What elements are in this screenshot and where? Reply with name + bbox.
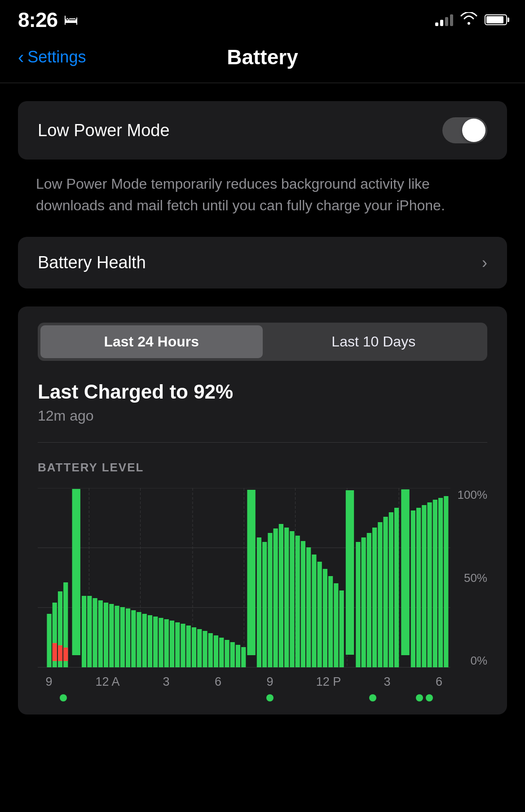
low-power-mode-toggle[interactable] (442, 117, 487, 143)
svg-rect-46 (230, 642, 235, 667)
svg-rect-62 (323, 569, 327, 667)
time-range-tabs[interactable]: Last 24 Hours Last 10 Days (38, 323, 487, 361)
svg-rect-70 (372, 528, 377, 667)
svg-rect-43 (214, 635, 218, 667)
battery-chart-wrapper: 9 12 A 3 6 9 12 P 3 6 (38, 488, 487, 695)
battery-health-label: Battery Health (38, 253, 146, 272)
x-label-9am: 9 (38, 675, 60, 689)
svg-rect-60 (312, 555, 316, 667)
svg-rect-45 (225, 640, 229, 667)
battery-chart-card: Last 24 Hours Last 10 Days Last Charged … (18, 306, 507, 714)
last-charged-sub: 12m ago (38, 408, 487, 424)
tab-last-24-hours[interactable]: Last 24 Hours (40, 325, 263, 358)
svg-rect-27 (126, 608, 130, 667)
content-area: Low Power Mode Low Power Mode temporaril… (0, 83, 525, 746)
svg-rect-53 (274, 528, 278, 667)
svg-rect-80 (433, 500, 437, 667)
x-label-6pm: 6 (428, 675, 450, 689)
svg-rect-79 (427, 502, 432, 667)
svg-rect-44 (219, 638, 224, 667)
battery-level-label: BATTERY LEVEL (38, 461, 487, 475)
charging-dot-4 (416, 694, 423, 701)
svg-rect-52 (268, 533, 272, 667)
svg-rect-31 (148, 615, 152, 667)
svg-rect-36 (175, 622, 180, 667)
svg-rect-25 (115, 606, 119, 667)
battery-health-card[interactable]: Battery Health › (18, 237, 507, 288)
chart-separator (38, 442, 487, 443)
svg-rect-77 (416, 508, 421, 667)
low-power-mode-description: Low Power Mode temporarily reduces backg… (36, 173, 489, 232)
svg-rect-67 (356, 542, 360, 667)
battery-health-row[interactable]: Battery Health › (18, 237, 507, 288)
tab-last-10-days[interactable]: Last 10 Days (263, 325, 485, 358)
svg-rect-50 (257, 537, 261, 667)
svg-rect-59 (306, 547, 311, 667)
svg-rect-19 (82, 596, 86, 667)
low-power-mode-row: Low Power Mode (18, 101, 507, 160)
status-time: 8:26 (18, 8, 57, 32)
svg-rect-34 (164, 619, 169, 667)
svg-rect-17 (58, 645, 62, 661)
svg-rect-54 (279, 524, 283, 667)
svg-rect-65 (340, 590, 344, 667)
svg-rect-75 (401, 489, 409, 655)
bed-icon: 🛏 (64, 12, 78, 28)
svg-rect-42 (208, 633, 213, 667)
x-label-9am2: 9 (259, 675, 281, 689)
svg-rect-28 (131, 610, 136, 667)
low-power-mode-label: Low Power Mode (38, 121, 170, 140)
svg-rect-69 (367, 533, 371, 667)
wifi-icon (460, 12, 477, 28)
svg-rect-64 (334, 583, 338, 667)
svg-rect-26 (120, 607, 125, 667)
svg-rect-58 (301, 541, 305, 667)
svg-rect-20 (87, 596, 92, 667)
x-label-3pm: 3 (376, 675, 398, 689)
svg-rect-38 (186, 626, 191, 667)
charging-dots-row (38, 689, 450, 701)
svg-rect-29 (137, 612, 141, 667)
svg-rect-63 (328, 576, 333, 667)
x-label-12a: 12 A (90, 675, 126, 689)
x-axis-labels: 9 12 A 3 6 9 12 P 3 6 (38, 671, 450, 689)
y-axis-labels: 100% 50% 0% (458, 488, 488, 695)
battery-icon (485, 14, 507, 25)
svg-rect-23 (104, 603, 108, 667)
svg-rect-71 (378, 522, 382, 667)
nav-bar: ‹ Settings Battery (0, 36, 525, 78)
toggle-knob (462, 119, 485, 142)
svg-rect-16 (63, 648, 68, 661)
last-charged-title: Last Charged to 92% (38, 381, 487, 403)
low-power-mode-card: Low Power Mode (18, 101, 507, 160)
svg-rect-11 (72, 489, 80, 655)
svg-rect-47 (236, 645, 240, 667)
svg-rect-30 (142, 614, 147, 667)
svg-rect-35 (170, 621, 174, 667)
back-label: Settings (27, 48, 86, 67)
svg-rect-24 (109, 604, 114, 667)
x-label-3am: 3 (155, 675, 177, 689)
x-label-12p: 12 P (311, 675, 347, 689)
signal-bars-icon (435, 13, 453, 26)
back-button[interactable]: ‹ Settings (18, 48, 86, 67)
svg-rect-40 (197, 629, 202, 667)
svg-rect-55 (284, 528, 289, 667)
svg-rect-81 (438, 498, 443, 667)
battery-chart-area: 9 12 A 3 6 9 12 P 3 6 (38, 488, 450, 695)
charging-dot-1 (60, 694, 67, 701)
svg-rect-72 (383, 517, 388, 667)
svg-rect-48 (241, 647, 246, 667)
svg-rect-78 (422, 505, 426, 667)
y-label-100: 100% (458, 488, 488, 502)
back-chevron-icon: ‹ (18, 48, 24, 66)
svg-rect-39 (192, 627, 196, 667)
svg-rect-33 (159, 618, 163, 667)
svg-rect-22 (98, 600, 103, 667)
status-bar: 8:26 🛏 (0, 0, 525, 36)
y-label-50: 50% (458, 571, 488, 585)
svg-rect-73 (389, 512, 393, 667)
charging-dot-2 (266, 694, 274, 701)
svg-rect-76 (411, 510, 415, 667)
svg-rect-18 (53, 643, 57, 661)
